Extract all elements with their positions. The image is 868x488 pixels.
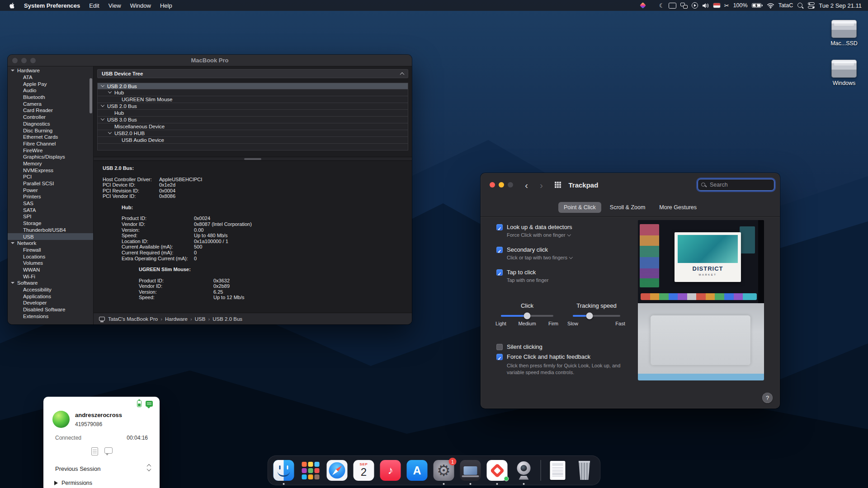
sidebar-item-audio[interactable]: Audio — [8, 87, 93, 94]
usb-tree-row-ugreen-slim-mouse[interactable]: UGREEN Slim Mouse — [97, 96, 408, 103]
dock-item-music[interactable]: ♪ — [379, 459, 402, 482]
zoom-button[interactable] — [508, 182, 513, 188]
sidebar-item-locations[interactable]: Locations — [8, 253, 93, 260]
menubar-menu-edit[interactable]: Edit — [85, 0, 104, 11]
sidebar-item-memory[interactable]: Memory — [8, 160, 93, 167]
usb-tree-row-usb2-0-hub[interactable]: USB2.0 HUB — [97, 130, 408, 137]
sidebar-item-storage[interactable]: Storage — [8, 220, 93, 227]
checkbox-look-up-data-detectors[interactable] — [496, 224, 503, 230]
usb-tree-row-usb-3-0-bus[interactable]: USB 3.0 Bus — [97, 117, 408, 123]
menubar-menu-window[interactable]: Window — [126, 0, 156, 11]
sidebar-section-software[interactable]: Software — [8, 280, 93, 286]
breadcrumb-item-tatac-s-macbook-pro[interactable]: TataC's MacBook Pro — [108, 316, 158, 322]
back-button[interactable]: ‹ — [525, 180, 528, 190]
sidebar-item-pci[interactable]: PCI — [8, 174, 93, 180]
desktop-drive-mac-ssd[interactable]: Mac...SSD — [826, 20, 863, 47]
sidebar-item-apple-pay[interactable]: Apple Pay — [8, 80, 93, 87]
display-icon[interactable] — [669, 0, 676, 11]
dock-item-textedit[interactable] — [547, 459, 569, 482]
wifi-icon[interactable] — [767, 0, 774, 11]
tab-point-click[interactable]: Point & Click — [558, 202, 601, 213]
permissions-disclosure[interactable]: Permissions — [54, 480, 92, 486]
keyboard-flag-icon[interactable] — [713, 0, 720, 11]
battery-icon[interactable] — [752, 0, 763, 11]
dock-item-app-store[interactable]: A — [406, 459, 429, 482]
sidebar-section-network[interactable]: Network — [8, 240, 93, 247]
sidebar-item-thunderbolt-usb4[interactable]: Thunderbolt/USB4 — [8, 227, 93, 234]
sidebar-item-sata[interactable]: SATA — [8, 206, 93, 213]
sidebar-item-spi[interactable]: SPI — [8, 213, 93, 220]
usb-tree-row-usb-audio-device[interactable]: USB Audio Device — [97, 137, 408, 144]
sidebar-item-usb[interactable]: USB — [8, 233, 93, 240]
zoom-button[interactable] — [30, 58, 36, 63]
slider-thumb[interactable] — [586, 313, 593, 319]
sidebar-item-nvmexpress[interactable]: NVMExpress — [8, 167, 93, 174]
moon-icon[interactable]: ☾ — [659, 0, 665, 11]
chat-status-icon[interactable] — [146, 401, 153, 407]
minimize-button[interactable] — [499, 182, 504, 188]
sidebar-item-disc-burning[interactable]: Disc Burning — [8, 127, 93, 134]
sidebar-item-extensions[interactable]: Extensions — [8, 313, 93, 319]
spotlight-icon[interactable] — [797, 2, 804, 9]
sidebar-item-diagnostics[interactable]: Diagnostics — [8, 121, 93, 127]
menubar-user[interactable]: TataC — [778, 2, 793, 9]
dock-item-safari[interactable] — [326, 459, 349, 482]
breadcrumb-item-usb-2-0-bus[interactable]: USB 2.0 Bus — [212, 316, 242, 322]
volume-icon[interactable] — [702, 0, 709, 11]
sidebar-item-developer[interactable]: Developer — [8, 300, 93, 306]
sidebar-item-wwan[interactable]: WWAN — [8, 267, 93, 273]
dock-item-calendar[interactable]: SEP2 — [353, 459, 375, 482]
usb-tree-row-hub[interactable]: Hub — [97, 110, 408, 117]
sidebar-item-ata[interactable]: ATA — [8, 74, 93, 81]
sidebar-item-firewall[interactable]: Firewall — [8, 247, 93, 253]
sidebar-item-firewire[interactable]: FireWire — [8, 147, 93, 154]
checkbox-secondary-click[interactable] — [496, 247, 503, 253]
sidebar-item-power[interactable]: Power — [8, 187, 93, 193]
menubar-menu-view[interactable]: View — [104, 0, 126, 11]
sidebar-item-controller[interactable]: Controller — [8, 114, 93, 121]
chat-icon[interactable] — [104, 447, 113, 454]
color-diamond-icon[interactable] — [640, 0, 646, 11]
slider-thumb[interactable] — [524, 313, 531, 319]
checkbox-force-click-and-haptic-feedback[interactable] — [496, 354, 503, 360]
usb-tree-row-hub[interactable]: Hub — [97, 89, 408, 96]
sidebar-item-printers[interactable]: Printers — [8, 193, 93, 200]
sidebar-item-fibre-channel[interactable]: Fibre Channel — [8, 141, 93, 147]
sidebar-item-sas[interactable]: SAS — [8, 200, 93, 207]
sidebar-item-parallel-scsi[interactable]: Parallel SCSI — [8, 180, 93, 187]
usb-device-tree-header[interactable]: USB Device Tree — [97, 69, 408, 78]
sysinfo-titlebar[interactable]: MacBook Pro — [8, 55, 412, 66]
control-center-icon[interactable] — [808, 0, 815, 11]
sidebar-item-accessibility[interactable]: Accessibility — [8, 286, 93, 293]
checkbox-tap-to-click[interactable] — [496, 269, 503, 276]
sidebar-item-card-reader[interactable]: Card Reader — [8, 107, 93, 114]
search-input[interactable] — [698, 179, 774, 191]
option-sub-look-up-data-detectors[interactable]: Force Click with one finger — [507, 232, 572, 238]
scissors-icon[interactable]: ✂ — [724, 0, 729, 11]
previous-session-dropdown[interactable]: Previous Session — [55, 465, 100, 472]
dock-item-trash[interactable] — [573, 459, 596, 482]
tab-scroll-zoom[interactable]: Scroll & Zoom — [604, 202, 651, 213]
slider-track[interactable] — [573, 315, 620, 317]
minimize-button[interactable] — [21, 58, 27, 63]
tab-more-gestures[interactable]: More Gestures — [654, 202, 702, 213]
sidebar-item-volumes[interactable]: Volumes — [8, 260, 93, 267]
dock-item-launchpad[interactable] — [299, 459, 322, 482]
checkbox-silent-clicking[interactable] — [496, 344, 503, 350]
forward-button[interactable]: › — [540, 180, 543, 190]
sidebar-item-disabled-software[interactable]: Disabled Software — [8, 306, 93, 313]
menubar-menu-help[interactable]: Help — [156, 0, 177, 11]
breadcrumb-item-usb[interactable]: USB — [195, 316, 206, 322]
sidebar-item-wi-fi[interactable]: Wi-Fi — [8, 273, 93, 280]
usb-tree-row-usb-2-0-bus[interactable]: USB 2.0 Bus — [97, 103, 408, 110]
sidebar-section-hardware[interactable]: Hardware — [8, 67, 93, 74]
sidebar-item-bluetooth[interactable]: Bluetooth — [8, 94, 93, 101]
close-button[interactable] — [490, 182, 495, 188]
trackpad-toolbar[interactable]: ‹ › Trackpad — [481, 173, 780, 197]
file-transfer-icon[interactable] — [91, 447, 98, 455]
sidebar-item-graphics-displays[interactable]: Graphics/Displays — [8, 154, 93, 160]
close-button[interactable] — [12, 58, 18, 63]
sidebar-scrollbar[interactable] — [90, 78, 92, 113]
stack-icon[interactable] — [680, 3, 688, 9]
show-all-grid-icon[interactable] — [555, 182, 561, 188]
